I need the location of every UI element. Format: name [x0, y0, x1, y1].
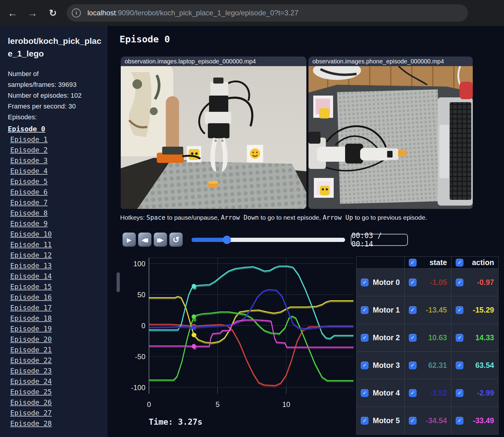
- sidebar-item-episode-17[interactable]: Episode 17: [10, 303, 108, 313]
- checkbox-action-4[interactable]: ✓: [456, 389, 463, 397]
- sidebar-item-episode-11[interactable]: Episode 11: [10, 240, 108, 250]
- table-row: ✓Motor 0✓-1.05✓-0.97: [357, 269, 499, 296]
- motor-table: ✓state✓action ✓Motor 0✓-1.05✓-0.97✓Motor…: [356, 256, 499, 435]
- stat-line: Number of: [8, 69, 108, 79]
- col-header-action: ✓action: [451, 257, 499, 269]
- motor-chart: 100500-50-1000510: [120, 255, 357, 425]
- sidebar-item-episode-27[interactable]: Episode 27: [10, 408, 108, 418]
- laptop-video[interactable]: [121, 66, 306, 209]
- checkbox-action-2[interactable]: ✓: [456, 334, 463, 342]
- sidebar-item-episode-2[interactable]: Episode 2: [10, 145, 108, 155]
- forward-icon[interactable]: →: [24, 0, 41, 26]
- sidebar-item-episode-3[interactable]: Episode 3: [10, 155, 108, 166]
- action-cell: ✓-2.99: [451, 379, 499, 407]
- sidebar-item-episode-7[interactable]: Episode 7: [10, 197, 108, 208]
- checkbox-col-action[interactable]: ✓: [456, 259, 463, 267]
- checkbox-motor-5[interactable]: ✓: [361, 417, 369, 425]
- state-value: -1.05: [430, 278, 447, 287]
- sidebar-item-episode-25[interactable]: Episode 25: [10, 387, 108, 397]
- state-cell: ✓-13.45: [404, 296, 451, 324]
- hotkey-key: Arrow Up: [323, 214, 353, 221]
- sidebar-item-episode-20[interactable]: Episode 20: [10, 334, 108, 345]
- sidebar-item-episode-14[interactable]: Episode 14: [10, 271, 108, 282]
- checkbox-action-5[interactable]: ✓: [456, 417, 463, 425]
- svg-text:-100: -100: [131, 384, 145, 392]
- sidebar-item-episode-18[interactable]: Episode 18: [10, 313, 108, 324]
- sidebar-item-episode-19[interactable]: Episode 19: [10, 324, 108, 334]
- checkbox-motor-3[interactable]: ✓: [361, 362, 369, 369]
- replay-icon[interactable]: ↺: [169, 233, 183, 247]
- sidebar-item-episode-0[interactable]: Episode 0: [8, 124, 108, 134]
- checkbox-motor-0[interactable]: ✓: [361, 279, 369, 286]
- seek-slider[interactable]: [192, 236, 345, 244]
- checkbox-state-3[interactable]: ✓: [409, 362, 417, 369]
- page: ← → ↻ i localhost:9090/lerobot/koch_pick…: [0, 0, 504, 437]
- address-bar[interactable]: i localhost:9090/lerobot/koch_pick_place…: [67, 4, 468, 22]
- motor-label-cell: ✓Motor 1: [357, 296, 405, 324]
- checkbox-action-0[interactable]: ✓: [456, 279, 463, 286]
- state-value: 10.63: [428, 333, 447, 342]
- sidebar-item-episode-24[interactable]: Episode 24: [10, 376, 108, 387]
- sidebar-item-episode-26[interactable]: Episode 26: [10, 397, 108, 408]
- action-cell: ✓14.33: [451, 324, 499, 352]
- checkbox-state-5[interactable]: ✓: [409, 417, 417, 425]
- page-info-icon[interactable]: i: [72, 8, 81, 17]
- sidebar-item-episode-21[interactable]: Episode 21: [10, 345, 108, 355]
- svg-text:100: 100: [133, 260, 145, 268]
- col-header-label: action: [472, 258, 494, 267]
- checkbox-state-4[interactable]: ✓: [409, 389, 417, 397]
- video-caption-phone: observation.images.phone_episode_000000.…: [308, 57, 473, 66]
- sidebar-item-episode-5[interactable]: Episode 5: [10, 176, 108, 187]
- svg-text:0: 0: [147, 400, 151, 408]
- sidebar-item-episode-8[interactable]: Episode 8: [10, 208, 108, 218]
- stat-line: Number of episodes: 102: [8, 90, 108, 101]
- sidebar-item-episode-28[interactable]: Episode 28: [10, 418, 108, 429]
- state-cell: ✓62.31: [404, 352, 451, 379]
- sidebar-item-episode-22[interactable]: Episode 22: [10, 355, 108, 366]
- sidebar-item-episode-12[interactable]: Episode 12: [10, 250, 108, 261]
- sidebar-item-episode-9[interactable]: Episode 9: [10, 218, 108, 229]
- sidebar-item-episode-6[interactable]: Episode 6: [10, 187, 108, 197]
- checkbox-action-3[interactable]: ✓: [456, 362, 463, 369]
- motor-label: Motor 1: [373, 306, 400, 314]
- col-header-label: state: [430, 258, 447, 267]
- table-row: ✓Motor 2✓10.63✓14.33: [357, 324, 499, 352]
- state-value: -13.45: [426, 306, 447, 314]
- phone-video[interactable]: [308, 66, 473, 209]
- sidebar-item-episode-1[interactable]: Episode 1: [10, 134, 108, 145]
- hotkey-text: Hotkeys:: [120, 214, 147, 221]
- col-header-state: ✓state: [404, 257, 451, 269]
- dataset-title: lerobot/koch_pick_place_1_lego: [8, 35, 102, 60]
- reload-icon[interactable]: ↻: [44, 0, 61, 26]
- sidebar-item-episode-4[interactable]: Episode 4: [10, 166, 108, 176]
- hotkey-text: to go to next episode,: [259, 214, 323, 221]
- checkbox-state-0[interactable]: ✓: [409, 279, 417, 286]
- state-value: -34.54: [426, 416, 447, 425]
- checkbox-motor-4[interactable]: ✓: [361, 389, 369, 397]
- sidebar-item-episode-15[interactable]: Episode 15: [10, 282, 108, 292]
- checkbox-motor-2[interactable]: ✓: [361, 334, 369, 342]
- scrollbar-thumb[interactable]: [117, 272, 120, 292]
- sidebar-item-episode-13[interactable]: Episode 13: [10, 261, 108, 271]
- svg-text:50: 50: [137, 291, 145, 299]
- sidebar-item-episode-16[interactable]: Episode 16: [10, 292, 108, 303]
- url-text: localhost:9090/lerobot/koch_pick_place_1…: [87, 9, 299, 17]
- fast-forward-icon[interactable]: ▶▶: [154, 233, 167, 247]
- sidebar-item-episode-10[interactable]: Episode 10: [10, 229, 108, 240]
- checkbox-col-state[interactable]: ✓: [409, 259, 417, 267]
- video-card-phone: observation.images.phone_episode_000000.…: [308, 57, 473, 209]
- laptop-video-scene: [121, 66, 306, 209]
- state-value: -3.52: [430, 389, 447, 397]
- seek-thumb[interactable]: [223, 236, 231, 244]
- episode-list: Episode 0Episode 1Episode 2Episode 3Epis…: [8, 124, 108, 429]
- action-value: -0.97: [477, 278, 494, 287]
- play-icon[interactable]: ▶: [123, 233, 136, 247]
- back-icon[interactable]: ←: [4, 0, 21, 26]
- checkbox-state-1[interactable]: ✓: [409, 306, 417, 314]
- checkbox-state-2[interactable]: ✓: [409, 334, 417, 342]
- rewind-icon[interactable]: ◀◀: [138, 233, 151, 247]
- checkbox-action-1[interactable]: ✓: [456, 306, 463, 314]
- sidebar-item-episode-23[interactable]: Episode 23: [10, 366, 108, 376]
- checkbox-motor-1[interactable]: ✓: [361, 306, 369, 314]
- motor-label-cell: ✓Motor 2: [357, 324, 405, 352]
